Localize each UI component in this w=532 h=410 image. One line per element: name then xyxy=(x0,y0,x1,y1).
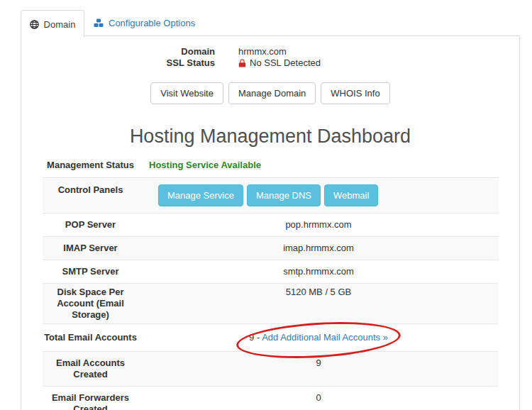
row-value: Manage ServiceManage DNSWebmail xyxy=(138,184,499,206)
whois-info-button[interactable]: WHOIS Info xyxy=(321,82,389,104)
row-label: Disk Space Per Account (Email Storage) xyxy=(43,287,138,321)
domain-field-value: hrmmx.com xyxy=(238,46,287,57)
manage-domain-button[interactable]: Manage Domain xyxy=(228,82,316,104)
lock-icon xyxy=(238,59,246,67)
row-value: smtp.hrmmx.com xyxy=(138,266,499,277)
cubes-icon xyxy=(94,18,104,28)
add-mail-accounts-link[interactable]: Add Additional Mail Accounts » xyxy=(262,332,388,343)
domain-overview: Domain hrmmx.com SSL Status No SSL Detec… xyxy=(21,46,519,68)
visit-website-button[interactable]: Visit Website xyxy=(150,82,223,104)
tab-configurable-options[interactable]: Configurable Options xyxy=(85,10,204,36)
row-label: Management Status xyxy=(43,160,138,171)
row-label: Total Email Accounts xyxy=(43,332,138,343)
ssl-status-field-label: SSL Status xyxy=(21,57,215,68)
table-row-email-forwarders-created: Email Forwarders Created0 xyxy=(43,386,499,410)
row-value: imap.hrmmx.com xyxy=(138,243,499,254)
manage-dns-button[interactable]: Manage DNS xyxy=(247,184,321,206)
row-value: 9 - Add Additional Mail Accounts » xyxy=(138,332,499,343)
total-accounts-count: 9 - xyxy=(249,332,262,343)
row-label: POP Server xyxy=(43,219,138,231)
row-label: SMTP Server xyxy=(43,266,138,277)
table-row-control-panels: Control PanelsManage ServiceManage DNSWe… xyxy=(43,177,499,213)
row-label: Email Accounts Created xyxy=(43,358,138,380)
row-label: Control Panels xyxy=(43,184,138,196)
tab-domain-label: Domain xyxy=(44,19,76,30)
row-value: 9 xyxy=(138,358,499,369)
row-value: pop.hrmmx.com xyxy=(138,219,499,231)
domain-field-label: Domain xyxy=(21,46,215,57)
ssl-status-text: No SSL Detected xyxy=(250,57,321,68)
domain-action-buttons: Visit Website Manage Domain WHOIS Info xyxy=(21,82,519,104)
row-value: 0 xyxy=(138,392,499,404)
table-row-imap-server: IMAP Serverimap.hrmmx.com xyxy=(43,236,499,260)
management-table: Management StatusHosting Service Availab… xyxy=(43,155,499,410)
ssl-status-field-row: SSL Status No SSL Detected xyxy=(21,57,519,68)
table-row-pop-server: POP Serverpop.hrmmx.com xyxy=(43,213,499,236)
ssl-status-field-value: No SSL Detected xyxy=(238,57,321,68)
table-row-smtp-server: SMTP Serversmtp.hrmmx.com xyxy=(43,260,499,283)
webmail-button[interactable]: Webmail xyxy=(324,184,378,206)
page-title: Hosting Management Dashboard xyxy=(21,126,519,148)
table-row-management-status: Management StatusHosting Service Availab… xyxy=(43,155,499,177)
row-value: 5120 MB / 5 GB xyxy=(138,287,499,298)
table-row-disk-space-per-account-email-storage: Disk Space Per Account (Email Storage)51… xyxy=(43,283,499,323)
domain-field-row: Domain hrmmx.com xyxy=(21,46,519,57)
tab-domain[interactable]: Domain xyxy=(21,10,84,38)
row-value: Hosting Service Available xyxy=(138,160,499,171)
globe-icon xyxy=(30,20,39,29)
manage-service-button[interactable]: Manage Service xyxy=(158,184,243,206)
table-row-total-email-accounts: Total Email Accounts9 - Add Additional M… xyxy=(43,323,499,351)
row-label: Email Forwarders Created xyxy=(43,392,138,410)
tab-configurable-options-label: Configurable Options xyxy=(109,18,195,28)
table-row-email-accounts-created: Email Accounts Created9 xyxy=(43,351,499,386)
domain-tab-panel: Domain hrmmx.com SSL Status No SSL Detec… xyxy=(21,35,520,410)
row-label: IMAP Server xyxy=(43,243,138,254)
